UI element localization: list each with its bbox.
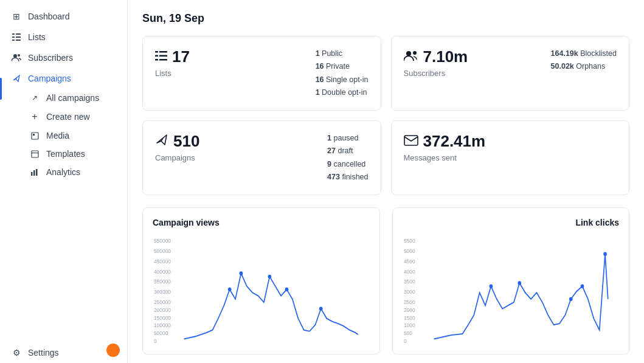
svg-text:3000: 3000 <box>403 289 415 296</box>
svg-text:350000: 350000 <box>154 278 171 285</box>
sidebar-item-lists[interactable]: Lists <box>0 27 127 47</box>
link-clicks-wrap: 5500 5000 4500 4000 3500 3000 2500 2000 … <box>403 235 620 344</box>
lists-stat-label: Lists <box>155 69 190 78</box>
svg-text:4500: 4500 <box>403 258 415 264</box>
analytics-icon <box>29 168 40 176</box>
svg-rect-14 <box>36 169 38 176</box>
subscribers-stat-card: 7.10m Subscribers 164.19k Blocklisted 50… <box>391 36 630 111</box>
svg-text:1500: 1500 <box>403 314 415 321</box>
svg-point-54 <box>518 281 521 285</box>
svg-rect-18 <box>159 55 167 57</box>
svg-rect-5 <box>16 40 21 41</box>
subscribers-stat-value: 7.10m <box>404 47 468 66</box>
charts-section: Campaign views 550000 500000 450000 4000… <box>142 207 629 354</box>
svg-text:4000: 4000 <box>403 268 415 275</box>
svg-point-40 <box>228 288 232 291</box>
stats-grid: 17 Lists 1 Public 16 Private 16 Single o… <box>142 36 629 195</box>
subscribers-stat-details: 164.19k Blocklisted 50.02k Orphans <box>551 47 617 74</box>
messages-stat-label: Messages sent <box>404 153 486 162</box>
campaign-views-svg: 550000 500000 450000 400000 350000 30000… <box>153 235 370 344</box>
lists-stat-icon <box>155 49 167 65</box>
svg-rect-19 <box>155 59 158 61</box>
campaigns-stat-label: Campaigns <box>155 153 199 162</box>
svg-point-57 <box>603 252 607 256</box>
campaign-views-title: Campaign views <box>153 218 370 227</box>
svg-text:500: 500 <box>403 330 412 337</box>
sidebar-item-all-campaigns[interactable]: ↗ All campaigns <box>23 89 127 107</box>
svg-rect-4 <box>12 40 15 41</box>
subscribers-stat-label: Subscribers <box>404 69 468 78</box>
campaign-views-chart: Campaign views 550000 500000 450000 4000… <box>142 207 380 354</box>
sidebar-label-templates: Templates <box>46 149 85 159</box>
messages-stat-value: 372.41m <box>404 132 486 151</box>
campaigns-stat-details: 1 paused 27 draft 9 cancelled 473 finish… <box>327 132 368 184</box>
lists-stat-value: 17 <box>155 47 190 66</box>
svg-text:2000: 2000 <box>403 307 415 314</box>
page-date: Sun, 19 Sep <box>142 12 629 25</box>
sidebar-label-settings: Settings <box>28 348 59 358</box>
messages-stat-icon <box>404 134 418 150</box>
svg-point-21 <box>406 51 411 56</box>
svg-point-37 <box>268 275 272 278</box>
sidebar-label-lists: Lists <box>28 32 46 42</box>
link-clicks-svg: 5500 5000 4500 4000 3500 3000 2500 2000 … <box>403 235 620 344</box>
messages-stat-main: 372.41m Messages sent <box>404 132 486 162</box>
sidebar-label-dashboard: Dashboard <box>28 12 70 21</box>
sidebar-item-dashboard[interactable]: ⊞ Dashboard <box>0 6 127 27</box>
sidebar-item-templates[interactable]: Templates <box>23 145 127 163</box>
active-indicator <box>0 78 2 100</box>
sidebar-item-create-new[interactable]: + Create new <box>23 107 127 126</box>
svg-text:300000: 300000 <box>154 289 171 296</box>
sidebar-label-analytics: Analytics <box>46 167 80 177</box>
svg-rect-16 <box>159 51 167 53</box>
svg-text:250000: 250000 <box>154 299 171 306</box>
campaigns-submenu: ↗ All campaigns + Create new Media Templ… <box>0 89 127 181</box>
svg-text:550000: 550000 <box>154 237 171 244</box>
subscribers-stat-main: 7.10m Subscribers <box>404 47 468 78</box>
svg-text:0: 0 <box>403 337 406 344</box>
svg-point-53 <box>489 285 493 288</box>
dashboard-icon: ⊞ <box>11 12 22 21</box>
svg-rect-3 <box>16 36 21 38</box>
sidebar-item-campaigns[interactable]: Campaigns <box>0 68 127 89</box>
sidebar: ⊞ Dashboard Lists Subscribers Campaigns … <box>0 0 128 363</box>
svg-rect-10 <box>32 151 38 157</box>
sidebar-item-subscribers[interactable]: Subscribers <box>0 47 127 68</box>
svg-rect-13 <box>33 170 35 176</box>
link-clicks-title: Link clicks <box>403 218 620 227</box>
campaigns-stat-icon <box>155 133 168 150</box>
svg-text:500000: 500000 <box>154 247 171 254</box>
lists-stat-card: 17 Lists 1 Public 16 Private 16 Single o… <box>142 36 381 111</box>
svg-rect-20 <box>159 59 167 61</box>
svg-text:450000: 450000 <box>154 258 171 264</box>
svg-rect-23 <box>404 136 418 145</box>
svg-rect-12 <box>31 172 33 176</box>
media-icon <box>29 132 40 140</box>
svg-rect-8 <box>32 133 38 139</box>
lists-stat-main: 17 Lists <box>155 47 190 78</box>
campaigns-icon <box>11 74 22 83</box>
svg-point-22 <box>413 51 417 55</box>
settings-icon: ⚙ <box>11 348 22 358</box>
main-content: Sun, 19 Sep 17 Lists 1 Public 16 Private… <box>128 0 644 363</box>
sidebar-label-all-campaigns: All campaigns <box>46 93 99 103</box>
subscribers-stat-icon <box>404 49 418 65</box>
campaigns-stat-value: 510 <box>155 132 199 151</box>
sidebar-item-analytics[interactable]: Analytics <box>23 163 127 181</box>
campaign-views-wrap: 550000 500000 450000 400000 350000 30000… <box>153 235 370 344</box>
all-campaigns-icon: ↗ <box>29 94 40 102</box>
sidebar-item-media[interactable]: Media <box>23 126 127 145</box>
svg-point-56 <box>580 285 584 288</box>
templates-icon <box>29 150 40 158</box>
lists-icon <box>11 33 22 41</box>
subscribers-icon <box>11 54 22 62</box>
create-new-icon: + <box>29 111 40 122</box>
svg-point-55 <box>569 297 572 301</box>
svg-text:100000: 100000 <box>154 322 171 329</box>
svg-point-38 <box>285 288 289 291</box>
sidebar-label-media: Media <box>46 131 69 140</box>
svg-text:0: 0 <box>154 337 157 344</box>
svg-rect-17 <box>155 55 158 57</box>
svg-text:400000: 400000 <box>154 268 171 275</box>
svg-text:150000: 150000 <box>154 314 171 321</box>
